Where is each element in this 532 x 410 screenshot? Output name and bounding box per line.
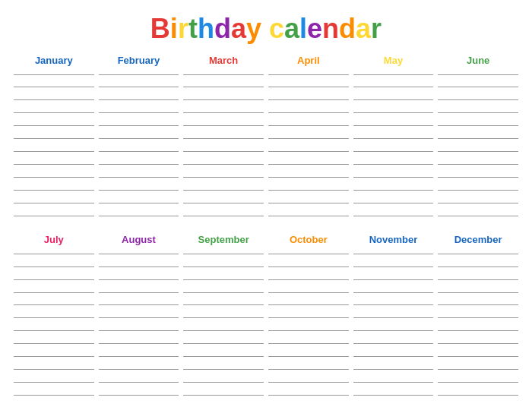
- calendar-line: [183, 112, 264, 113]
- calendar-line: [14, 266, 94, 267]
- calendar-line: [268, 125, 349, 126]
- calendar-line: [353, 216, 434, 216]
- calendar-line: [353, 279, 434, 280]
- calendar-line: [353, 369, 434, 370]
- calendar-line: [183, 151, 264, 152]
- calendar-line: [183, 254, 264, 254]
- month-col-october: October: [268, 234, 349, 402]
- calendar-line: [353, 382, 434, 383]
- calendar-line: [99, 164, 179, 165]
- calendar-line: [438, 203, 518, 203]
- calendar-line: [268, 356, 349, 357]
- calendar-line: [438, 151, 518, 152]
- calendar-line: [268, 112, 349, 113]
- calendar-line: [353, 317, 434, 318]
- month-col-december: December: [438, 234, 518, 402]
- calendar-line: [183, 74, 264, 75]
- calendar-line: [353, 99, 434, 100]
- lines-area: [183, 248, 264, 402]
- calendar-line: [183, 317, 264, 318]
- lines-area: [353, 248, 434, 402]
- calendar-line: [353, 112, 434, 113]
- calendar-line: [99, 395, 179, 396]
- month-name: November: [353, 234, 434, 245]
- calendar-line: [14, 330, 94, 331]
- calendar-line: [268, 369, 349, 370]
- calendar-line: [14, 254, 94, 254]
- calendar-line: [14, 164, 94, 165]
- calendar-line: [268, 395, 349, 396]
- lines-area: [14, 248, 94, 402]
- calendar-line: [14, 317, 94, 318]
- calendar-line: [14, 112, 94, 113]
- calendar-line: [438, 112, 518, 113]
- month-name: July: [14, 234, 94, 245]
- calendar-line: [268, 190, 349, 191]
- lines-area: [438, 69, 518, 223]
- calendar-line: [438, 87, 518, 87]
- calendar-line: [14, 216, 94, 216]
- month-col-august: August: [99, 234, 179, 402]
- calendar-line: [438, 343, 518, 344]
- calendar-line: [183, 395, 264, 396]
- lines-area: [14, 69, 94, 223]
- lines-area: [183, 69, 264, 223]
- month-col-november: November: [353, 234, 434, 402]
- lines-area: [353, 69, 434, 223]
- calendar-line: [14, 190, 94, 191]
- calendar-line: [99, 279, 179, 280]
- calendar-line: [14, 356, 94, 357]
- calendar-line: [438, 99, 518, 100]
- page: Birthday calendar JanuaryFebruaryMarchAp…: [0, 0, 532, 410]
- lines-area: [438, 248, 518, 402]
- month-col-may: May: [353, 55, 434, 223]
- calendar-line: [268, 254, 349, 254]
- calendar-line: [99, 203, 179, 203]
- calendar-line: [14, 382, 94, 383]
- calendar-line: [99, 292, 179, 293]
- calendar-line: [438, 138, 518, 139]
- calendar-line: [268, 74, 349, 75]
- calendar-line: [268, 292, 349, 293]
- calendar-line: [14, 74, 94, 75]
- calendar-line: [438, 216, 518, 216]
- calendar-line: [268, 304, 349, 305]
- calendar-line: [99, 369, 179, 370]
- calendar-line: [438, 395, 518, 396]
- page-title: Birthday calendar: [14, 14, 518, 44]
- month-name: September: [183, 234, 264, 245]
- calendar-line: [268, 164, 349, 165]
- calendar-line: [183, 164, 264, 165]
- calendar-line: [99, 382, 179, 383]
- lines-area: [99, 248, 179, 402]
- calendar-line: [183, 279, 264, 280]
- calendar-line: [99, 99, 179, 100]
- calendar-line: [353, 151, 434, 152]
- calendar-line: [268, 87, 349, 87]
- calendar-line: [353, 292, 434, 293]
- calendar-line: [99, 317, 179, 318]
- calendar-line: [438, 304, 518, 305]
- month-name: June: [438, 55, 518, 66]
- calendar-line: [99, 151, 179, 152]
- month-col-june: June: [438, 55, 518, 223]
- calendar-line: [183, 382, 264, 383]
- lines-area: [99, 69, 179, 223]
- calendar-line: [183, 138, 264, 139]
- calendar-line: [183, 292, 264, 293]
- calendar-line: [438, 266, 518, 267]
- calendar-line: [438, 74, 518, 75]
- calendar-line: [183, 343, 264, 344]
- calendar-line: [353, 330, 434, 331]
- calendar-line: [99, 254, 179, 254]
- calendar-line: [99, 356, 179, 357]
- calendar-line: [438, 254, 518, 254]
- calendar-line: [353, 74, 434, 75]
- calendar-line: [14, 203, 94, 203]
- lines-area: [268, 248, 349, 402]
- calendar-line: [438, 164, 518, 165]
- top-months-row: JanuaryFebruaryMarchAprilMayJune: [14, 55, 518, 223]
- calendar-line: [14, 395, 94, 396]
- calendar-line: [183, 216, 264, 216]
- calendar-line: [353, 190, 434, 191]
